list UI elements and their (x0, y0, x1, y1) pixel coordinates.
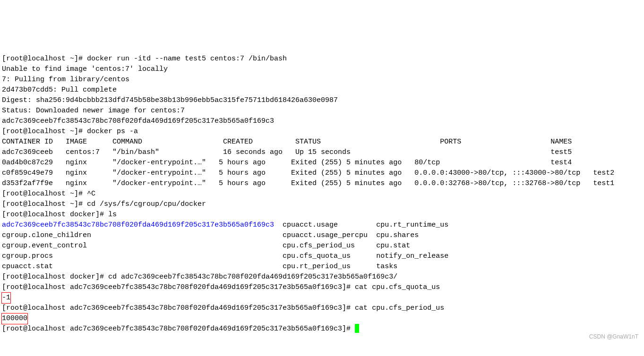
prompt-line: [root@localhost ~]# ^C (2, 190, 95, 198)
output-line: 2d473b07cdd5: Pull complete (2, 86, 117, 94)
period-value-highlighted: 100000 (1, 313, 28, 324)
output-line: Status: Downloaded newer image for cento… (2, 107, 185, 115)
quota-value-highlighted: -1 (1, 292, 11, 304)
prompt-line: [root@localhost adc7c369ceeb7fc38543c78b… (2, 304, 444, 312)
ls-output: cgroup.clone_children cpuacct.usage_perc… (2, 231, 419, 239)
output-line: Digest: sha256:9d4bcbbb213dfd745b58be38b… (2, 96, 338, 104)
directory-link: adc7c369ceeb7fc38543c78bc708f020fda469d1… (2, 221, 274, 229)
table-row: d353f2af7f9e nginx "/docker-entrypoint.…… (2, 179, 614, 187)
prompt-line: [root@localhost adc7c369ceeb7fc38543c78b… (2, 283, 440, 291)
prompt-line: [root@localhost ~]# cd /sys/fs/cgroup/cp… (2, 200, 206, 208)
output-line: Unable to find image 'centos:7' locally (2, 65, 168, 73)
output-line: adc7c369ceeb7fc38543c78bc708f020fda469d1… (2, 117, 274, 125)
watermark: CSDN @GnaW1nT (589, 331, 638, 342)
ls-output: cgroup.procs cpu.cfs_quota_us notify_on_… (2, 252, 448, 260)
table-row: c0f859c49e79 nginx "/docker-entrypoint.…… (2, 169, 614, 177)
prompt-line: [root@localhost adc7c369ceeb7fc38543c78b… (2, 325, 355, 333)
terminal-cursor[interactable] (355, 324, 359, 333)
prompt-line: [root@localhost ~]# docker ps -a (2, 127, 138, 136)
prompt-line: [root@localhost ~]# docker run -itd --na… (2, 55, 287, 63)
terminal-output[interactable]: [root@localhost ~]# docker run -itd --na… (2, 43, 642, 345)
table-row: 0ad4b0c87c29 nginx "/docker-entrypoint.…… (2, 159, 572, 167)
ls-output: cgroup.event_control cpu.cfs_period_us c… (2, 242, 410, 250)
prompt-line: [root@localhost docker]# ls (2, 211, 117, 219)
table-header: CONTAINER ID IMAGE COMMAND CREATED STATU… (2, 138, 572, 146)
prompt-line: [root@localhost docker]# cd adc7c369ceeb… (2, 273, 397, 281)
ls-output: cpuacct.usage cpu.rt_runtime_us (274, 221, 448, 229)
ls-output: cpuacct.stat cpu.rt_period_us tasks (2, 263, 397, 271)
table-row: adc7c369ceeb centos:7 "/bin/bash" 16 sec… (2, 148, 572, 156)
output-line: 7: Pulling from library/centos (2, 76, 129, 84)
